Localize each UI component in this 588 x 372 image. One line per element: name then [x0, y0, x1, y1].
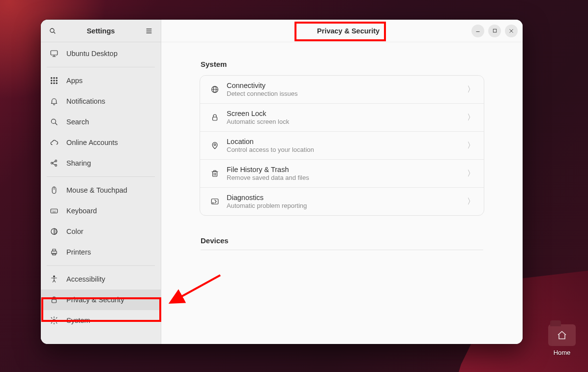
svg-line-52	[181, 275, 220, 297]
annotation-arrow	[0, 0, 588, 372]
